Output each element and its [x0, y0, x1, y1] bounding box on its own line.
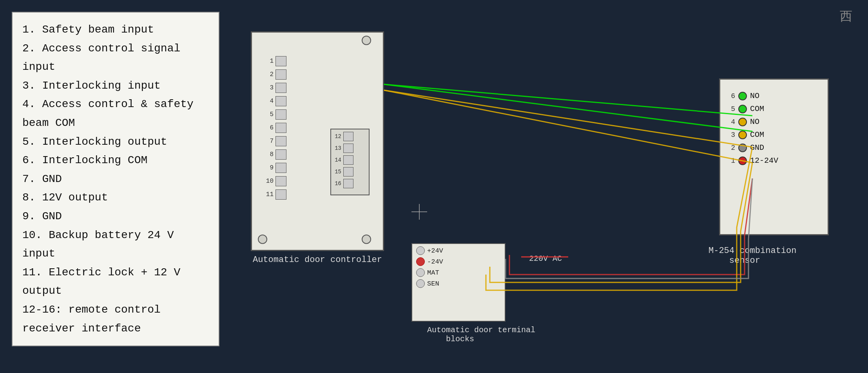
sensor-terminal-row: 6 NO [728, 91, 778, 100]
terminal-block-label: MAT [427, 269, 439, 277]
terminal-block-circle [416, 257, 425, 266]
sensor-terminal-label: GND [750, 143, 764, 152]
sensor-terminal-row: 3 COM [728, 130, 778, 139]
legend-item: 12-16: remote control receiver interface [22, 300, 209, 338]
sensor-terminal-number: 2 [728, 144, 735, 152]
terminal-block-label: +24V [427, 247, 443, 255]
remote-terminal-row: 15 [333, 167, 366, 176]
sensor-terminal-label: COM [750, 130, 764, 139]
controller-label: Automatic door controller [251, 255, 384, 265]
sensor-terminal-row: 2 GND [728, 143, 778, 152]
remote-terminal-number: 13 [333, 145, 341, 151]
terminal-block [275, 149, 286, 160]
ac-label: 220V AC [529, 254, 562, 263]
remote-terminal-row: 12 [333, 132, 366, 141]
terminal-row: 5 [266, 109, 286, 120]
legend-item: 6. Interlocking COM [22, 151, 209, 170]
legend-item: 5. Interlocking output [22, 133, 209, 151]
terminal-row: 6 [266, 123, 286, 133]
sensor-box: 6 NO 5 COM 4 NO 3 COM 2 GND 1 12-24V M-2… [719, 78, 829, 235]
terminal-block [275, 189, 286, 200]
legend-item: 9. GND [22, 207, 209, 226]
chinese-character: 西 [840, 8, 852, 25]
screw-bottom-left [258, 235, 267, 244]
sensor-terminal-dot [738, 105, 747, 113]
terminal-block [275, 109, 286, 120]
terminal-row: 1 [266, 56, 286, 66]
legend-item: 10. Backup battery 24 V input [22, 226, 209, 263]
remote-box: 1213141516 [330, 129, 370, 195]
terminal-row: 8 [266, 149, 286, 160]
remote-terminal-number: 12 [333, 133, 341, 140]
terminal-block [275, 136, 286, 146]
terminal-block-label: SEN [427, 280, 439, 287]
svg-line-5 [384, 90, 752, 163]
terminal-row: 10 [266, 176, 286, 186]
sensor-terminal-dot [738, 92, 747, 100]
controller-box: 1234567891011 1213141516 [251, 31, 384, 251]
terminal-block-circle [416, 246, 425, 255]
legend-item: 4. Access control & safety beam COM [22, 95, 209, 132]
terminal-blocks-box: +24V -24V MAT SEN [411, 243, 506, 322]
remote-terminal-number: 14 [333, 157, 341, 163]
sensor-terminal-dot [738, 144, 747, 152]
terminal-number: 7 [266, 138, 274, 145]
terminal-block-circle [416, 279, 425, 288]
terminal-strip-main: 1234567891011 [266, 56, 286, 200]
terminal-block [275, 123, 286, 133]
remote-terminal-row: 13 [333, 144, 366, 153]
sensor-terminal-dot [738, 131, 747, 139]
legend-item: 2. Access control signal input [22, 39, 209, 76]
sensor-terminal-dot [738, 156, 747, 165]
sensor-terminal-number: 3 [728, 131, 735, 139]
terminal-row: 3 [266, 83, 286, 93]
remote-terminal-block [343, 167, 353, 176]
sensor-terminal-label: NO [750, 117, 759, 126]
terminal-block [275, 69, 286, 80]
sensor-terminal-label: NO [750, 91, 759, 100]
terminal-row: 2 [266, 69, 286, 80]
terminal-block [275, 96, 286, 106]
sensor-terminals: 6 NO 5 COM 4 NO 3 COM 2 GND 1 12-24V [728, 91, 778, 165]
remote-terminal-row: 16 [333, 179, 366, 188]
remote-terminal-block [343, 179, 353, 188]
terminal-block [275, 83, 286, 93]
legend-item: 3. Interlocking input [22, 76, 209, 95]
sensor-terminal-number: 6 [728, 92, 735, 100]
screw-top [362, 36, 371, 45]
terminal-block-row: -24V [416, 257, 501, 266]
terminal-block-row: MAT [416, 268, 501, 277]
terminal-number: 5 [266, 111, 274, 118]
terminal-block [275, 176, 286, 186]
sensor-terminal-label: COM [750, 104, 764, 113]
terminal-row: 9 [266, 163, 286, 173]
svg-line-4 [384, 90, 752, 147]
sensor-terminal-row: 1 12-24V [728, 156, 778, 165]
terminal-block-circle [416, 268, 425, 277]
sensor-terminal-number: 5 [728, 105, 735, 113]
sensor-title: M-254 combination sensor [709, 246, 834, 266]
terminal-number: 4 [266, 98, 274, 105]
terminal-number: 2 [266, 71, 274, 78]
legend-item: 11. Electric lock + 12 V output [22, 263, 209, 300]
terminal-row: 7 [266, 136, 286, 146]
terminal-number: 1 [266, 58, 274, 65]
terminal-blocks-label: Automatic door terminal blocks [427, 326, 537, 344]
sensor-terminal-row: 5 COM [728, 104, 778, 113]
terminal-block-row: +24V [416, 246, 501, 255]
remote-terminal-number: 16 [333, 180, 341, 187]
svg-line-3 [384, 84, 752, 131]
legend-box: 1. Safety beam input2. Access control si… [12, 12, 219, 346]
sensor-terminal-number: 1 [728, 157, 735, 165]
remote-terminal-row: 14 [333, 155, 366, 165]
terminal-block [275, 56, 286, 66]
terminal-row: 4 [266, 96, 286, 106]
terminal-row: 11 [266, 189, 286, 200]
remote-terminal-block [343, 155, 353, 165]
sensor-terminal-dot [738, 118, 747, 126]
terminal-number: 10 [266, 178, 274, 185]
sensor-terminal-label: 12-24V [750, 156, 778, 165]
terminal-block-label: -24V [427, 258, 443, 266]
terminal-number: 11 [266, 191, 274, 198]
legend-item: 8. 12V output [22, 188, 209, 207]
